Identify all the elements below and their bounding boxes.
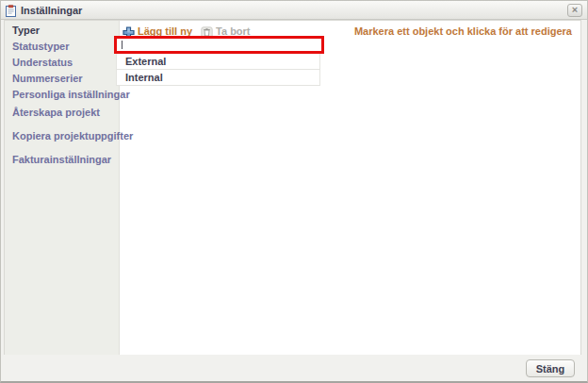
content-area: Lägg till ny Ta bort Markera ett objekt … (120, 21, 580, 356)
annotation-highlight (114, 36, 324, 54)
dialog-title: Inställningar (21, 5, 82, 16)
settings-dialog: Inställningar × Typer Statustyper Unders… (0, 0, 588, 383)
close-icon[interactable]: × (567, 4, 582, 17)
titlebar: Inställningar × (1, 1, 587, 20)
clipboard-icon (6, 4, 16, 16)
sidebar-item-statustyper[interactable]: Statustyper (5, 39, 119, 55)
main-panel: Typer Statustyper Understatus Nummerseri… (4, 20, 581, 357)
sidebar-item-aterskapa-projekt[interactable]: Återskapa projekt (5, 105, 119, 121)
sidebar-item-understatus[interactable]: Understatus (5, 55, 119, 71)
footer: Stäng (1, 355, 587, 381)
sidebar-item-personliga-installningar[interactable]: Personliga inställningar (5, 87, 119, 103)
text-caret (122, 41, 122, 49)
sidebar: Typer Statustyper Understatus Nummerseri… (5, 21, 120, 356)
close-dialog-button[interactable]: Stäng (526, 359, 575, 377)
edit-hint-text: Markera ett objekt och klicka för att re… (354, 25, 572, 37)
sidebar-item-fakturainstallningar[interactable]: Fakturainställningar (5, 152, 119, 168)
sidebar-item-nummerserier[interactable]: Nummerserier (5, 71, 119, 87)
sidebar-item-kopiera-projektuppgifter[interactable]: Kopiera projektuppgifter (5, 128, 119, 144)
status-type-list: External Internal (116, 36, 322, 86)
new-status-type-input[interactable] (117, 39, 321, 51)
list-item-external[interactable]: External (116, 54, 320, 70)
list-item-internal[interactable]: Internal (116, 70, 320, 86)
sidebar-item-typer[interactable]: Typer (5, 23, 119, 39)
